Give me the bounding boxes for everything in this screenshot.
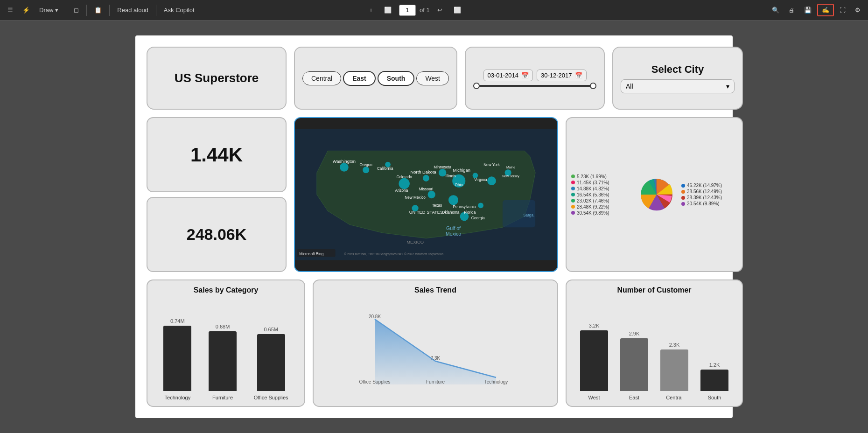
zoom-in-icon: + <box>369 7 373 14</box>
ask-copilot-button[interactable]: Ask Copilot <box>160 5 198 15</box>
fit-page-button[interactable]: ⬜ <box>380 5 395 15</box>
bar-furniture-bar <box>209 331 237 391</box>
share-button[interactable]: ⬜ <box>450 5 465 15</box>
metric2-card: 248.06K <box>147 197 287 272</box>
legend-label-r1: 46.22K (14.97%) <box>687 183 722 188</box>
legend-item-1: 5.23K (1.69%) <box>571 174 632 179</box>
slider-thumb-left[interactable] <box>473 83 480 89</box>
svg-text:Technology: Technology <box>484 379 508 384</box>
print-button[interactable]: 🖨 <box>785 5 798 15</box>
svg-text:North Dakota: North Dakota <box>411 170 437 175</box>
eraser-button[interactable]: ◻ <box>70 5 83 15</box>
svg-text:Missouri: Missouri <box>419 187 434 191</box>
fullscreen-icon: ⛶ <box>840 7 846 14</box>
city-dropdown[interactable]: All ▾ <box>621 79 735 93</box>
customer-card: Number of Customer 3.2K West 2.9K East 2… <box>566 279 743 407</box>
svg-text:Microsoft Bing: Microsoft Bing <box>299 252 323 256</box>
customer-central-bar <box>660 349 688 391</box>
legend-label-7: 30.54K (9.89%) <box>577 210 609 216</box>
legend-dot-1 <box>571 175 575 178</box>
date-end-input[interactable]: 30-12-2017 📅 <box>537 70 587 81</box>
note-button[interactable]: 📋 <box>91 5 105 15</box>
bar-furniture: 0.68M Furniture <box>209 324 237 400</box>
fullscreen-button[interactable]: ⛶ <box>836 5 849 15</box>
date-end-value: 30-12-2017 <box>541 72 572 79</box>
date-slider[interactable] <box>473 85 596 87</box>
calendar-end-icon: 📅 <box>575 72 582 79</box>
line-chart-card: Sales Trend 20.8K 7.3K Offic <box>313 279 558 407</box>
slider-thumb-right[interactable] <box>590 83 596 89</box>
legend-item-r2: 38.56K (12.49%) <box>681 189 737 194</box>
settings-button[interactable]: ⚙ <box>851 5 864 15</box>
chevron-down-icon: ▾ <box>55 7 58 14</box>
zoom-out-button[interactable]: − <box>351 5 362 15</box>
date-start-input[interactable]: 03-01-2014 📅 <box>483 70 533 81</box>
legend-dot-r4 <box>681 202 685 206</box>
draw-button[interactable]: Draw ▾ <box>35 5 62 15</box>
page-number-input[interactable] <box>399 5 416 16</box>
legend-item-6: 28.48K (9.22%) <box>571 204 632 210</box>
filter-button[interactable]: ⚡ <box>19 5 34 15</box>
legend-label-r4: 30.54K (9.89%) <box>687 201 720 206</box>
region-central-button[interactable]: Central <box>302 71 341 85</box>
bar-tech-label: Technology <box>165 395 191 400</box>
svg-text:Gulf of: Gulf of <box>446 225 461 231</box>
svg-text:New York: New York <box>483 163 500 167</box>
line-chart-body: 20.8K 7.3K Office Supplies Furniture Tec… <box>321 298 550 400</box>
legend-dot-r2 <box>681 190 685 194</box>
svg-point-13 <box>448 195 458 205</box>
title-card: US Superstore <box>147 47 287 110</box>
bar-furniture-label: Furniture <box>212 395 233 400</box>
region-east-button[interactable]: East <box>343 71 376 86</box>
zoom-in-button[interactable]: + <box>365 5 377 15</box>
legend-label-4: 16.54K (5.36%) <box>577 192 609 197</box>
svg-text:Ohio: Ohio <box>455 183 463 187</box>
svg-text:Washington: Washington <box>333 159 356 164</box>
save-button[interactable]: 💾 <box>800 5 815 15</box>
zoom-out-icon: − <box>355 7 358 14</box>
slider-track <box>473 85 596 87</box>
menu-button[interactable]: ☰ <box>4 5 17 15</box>
legend-item-r3: 38.39K (12.43%) <box>681 195 737 200</box>
row1: US Superstore Central East South West 03… <box>147 47 743 110</box>
back-button[interactable]: ↩ <box>434 5 446 15</box>
read-aloud-button[interactable]: Read aloud <box>113 5 152 15</box>
svg-text:New Mexico: New Mexico <box>405 196 426 200</box>
svg-text:© 2023 TomTom, Esri/Esri Geogr: © 2023 TomTom, Esri/Esri Geographics BIO… <box>344 252 443 256</box>
divider1 <box>66 5 66 16</box>
dashboard-title: US Superstore <box>175 71 259 85</box>
line-chart-title: Sales Trend <box>321 286 550 294</box>
customer-bar-east: 2.9K East <box>620 331 648 400</box>
legend-dot-3 <box>571 187 575 190</box>
search-button[interactable]: 🔍 <box>768 5 783 15</box>
fit-page-icon: ⬜ <box>384 7 392 14</box>
legend-dot-6 <box>571 205 575 209</box>
annotation-button[interactable]: ✍ <box>817 4 834 16</box>
line-chart-svg: 20.8K 7.3K Office Supplies Furniture Tec… <box>329 314 542 384</box>
customer-bar-central: 2.3K Central <box>660 342 688 400</box>
region-west-button[interactable]: West <box>416 71 449 85</box>
legend-item-3: 14.88K (4.82%) <box>571 186 632 191</box>
svg-point-2 <box>340 163 349 172</box>
svg-text:Texas: Texas <box>432 203 442 208</box>
sales-category-body: 0.74M Technology 0.68M Furniture 0.65M O… <box>155 298 297 400</box>
bar-office-label: Office Supplies <box>254 395 288 400</box>
legend-item-5: 23.02K (7.46%) <box>571 198 632 203</box>
svg-text:7.3K: 7.3K <box>431 356 441 361</box>
row2: 1.44K 248.06K <box>147 117 743 272</box>
customer-body: 3.2K West 2.9K East 2.3K Central <box>574 298 735 400</box>
toolbar: ☰ ⚡ Draw ▾ ◻ 📋 Read aloud Ask Copilot − … <box>0 0 868 21</box>
city-select-title: Select City <box>651 63 704 76</box>
customer-south-value: 1.2K <box>709 362 720 368</box>
svg-point-14 <box>478 203 483 209</box>
svg-text:Florida: Florida <box>464 210 476 215</box>
date-row: 03-01-2014 📅 30-12-2017 📅 <box>483 70 587 81</box>
region-south-button[interactable]: South <box>378 71 415 86</box>
customer-west-value: 3.2K <box>589 323 600 328</box>
metric1-value: 1.44K <box>190 144 243 166</box>
pie-legend-right: 46.22K (14.97%) 38.56K (12.49%) 38.39K (… <box>681 183 737 206</box>
svg-text:UNITED STATES: UNITED STATES <box>409 210 443 215</box>
customer-bar-west: 3.2K West <box>580 323 608 400</box>
bar-tech-bar <box>163 326 191 391</box>
customer-bar-south: 1.2K South <box>700 362 728 400</box>
